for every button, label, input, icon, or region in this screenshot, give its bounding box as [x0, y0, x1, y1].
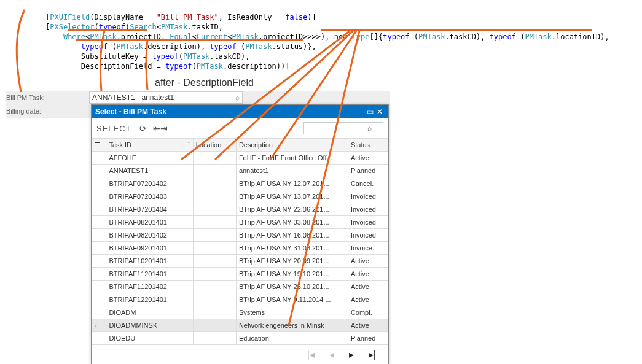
selector-popup: Select - Bill PM Task ▭ ✕ SELECT ⟳ ⇤⇥ ⌕ …: [91, 104, 389, 364]
cell-description: BTrip AF USA NY 9.11.2014 ...: [236, 293, 348, 306]
table-row[interactable]: BTRIPAF07201404BTrip AF USA NY 22.06.201…: [92, 203, 388, 216]
cell-description: Education: [236, 332, 348, 345]
table-row[interactable]: BTRIPAF11201402BTrip AF USA NY 26.10.201…: [92, 281, 388, 293]
cell-location: [193, 190, 236, 203]
search-input[interactable]: [307, 124, 367, 133]
cell-taskid: BTRIPAF11201402: [106, 281, 193, 293]
cell-description: annatest1: [236, 165, 348, 177]
col-location[interactable]: Location: [193, 139, 236, 152]
pager-prev-icon[interactable]: ◂: [329, 349, 334, 360]
cell-description: BTrip AF USA NY 22.06.201...: [236, 203, 348, 216]
row-caret: [92, 229, 106, 242]
popup-titlebar[interactable]: Select - Bill PM Task ▭ ✕: [92, 105, 388, 118]
cell-taskid: DIOADM: [106, 306, 193, 319]
cell-location: [193, 293, 236, 306]
cell-status: Cancel.: [348, 177, 388, 190]
fit-columns-icon[interactable]: ⇤⇥: [155, 123, 166, 134]
cell-location: [193, 306, 236, 319]
col-taskid[interactable]: Task ID↑: [106, 139, 193, 152]
row-caret: [92, 177, 106, 190]
cell-taskid: AFFOHF: [106, 152, 193, 165]
cell-location: [193, 229, 236, 242]
row-caret: [92, 332, 106, 345]
search-icon[interactable]: ⌕: [235, 93, 240, 102]
popup-toolbar: SELECT ⟳ ⇤⇥ ⌕: [92, 118, 388, 138]
cell-description: BTrip AF USA NY 12.07.201...: [236, 177, 348, 190]
cell-description: BTrip AF USA NY 20.09.201...: [236, 255, 348, 268]
close-icon[interactable]: ✕: [375, 107, 385, 116]
cell-taskid: BTRIPAF07201403: [106, 190, 193, 203]
cell-taskid: ANNATEST1: [106, 165, 193, 177]
row-caret: [92, 268, 106, 281]
pager-last-icon[interactable]: ▸|: [369, 349, 376, 360]
cell-location: [193, 242, 236, 255]
cell-description: BTrip AF USA NY 03.08.201...: [236, 216, 348, 229]
cell-description: BTrip AF USA NY 26.10.201...: [236, 281, 348, 293]
row-caret: [92, 152, 106, 165]
table-row[interactable]: AFFOHFFoHF - FoHF Front Office Off...Act…: [92, 152, 388, 165]
underline-2: [321, 29, 592, 31]
cell-taskid: BTRIPAF10201401: [106, 255, 193, 268]
cell-status: Active: [348, 152, 388, 165]
underline-3: [76, 39, 303, 41]
table-row[interactable]: DIOEDUEducationPlanned: [92, 332, 388, 345]
cell-status: Invoiced: [348, 216, 388, 229]
col-status[interactable]: Status: [348, 139, 388, 152]
maximize-icon[interactable]: ▭: [365, 107, 375, 116]
selector-grid: ☰ Task ID↑ Location Description Status A…: [92, 138, 388, 345]
pager-next-icon[interactable]: ▸: [349, 349, 354, 360]
table-row[interactable]: ANNATEST1annatest1Planned: [92, 165, 388, 177]
cell-status: Invoiced: [348, 203, 388, 216]
cell-status: Active: [348, 268, 388, 281]
cell-description: BTrip AF USA NY 31.08.201...: [236, 242, 348, 255]
col-selector[interactable]: ☰: [92, 139, 106, 152]
cell-location: [193, 319, 236, 332]
cell-location: [193, 165, 236, 177]
cell-description: Systems: [236, 306, 348, 319]
cell-location: [193, 268, 236, 281]
cell-status: Invoiced: [348, 190, 388, 203]
search-box[interactable]: ⌕: [303, 122, 383, 134]
annotation-after: after - DescriptionField: [155, 77, 254, 88]
sort-asc-icon: ↑: [187, 140, 190, 147]
cell-taskid: BTRIPAF11201401: [106, 268, 193, 281]
pager-first-icon[interactable]: |◂: [307, 349, 315, 360]
row-caret: [92, 255, 106, 268]
search-icon[interactable]: ⌕: [367, 124, 372, 133]
cell-taskid: DIOADMMINSK: [106, 319, 193, 332]
label-billingdate: Billing date:: [6, 107, 89, 115]
refresh-icon[interactable]: ⟳: [138, 123, 149, 134]
cell-description: FoHF - FoHF Front Office Off...: [236, 152, 348, 165]
table-row[interactable]: DIOADMSystemsCompl.: [92, 306, 388, 319]
row-caret: [92, 216, 106, 229]
popup-title-text: Select - Bill PM Task: [95, 107, 365, 116]
input-billpmtask-value: ANNATEST1 - annatest1: [92, 93, 235, 102]
table-row[interactable]: BTRIPAF11201401BTrip AF USA NY 19.10.201…: [92, 268, 388, 281]
cell-status: Planned: [348, 165, 388, 177]
cell-location: [193, 255, 236, 268]
table-row[interactable]: BTRIPAF12201401BTrip AF USA NY 9.11.2014…: [92, 293, 388, 306]
select-button[interactable]: SELECT: [96, 124, 131, 133]
col-description[interactable]: Description: [236, 139, 348, 152]
table-row[interactable]: BTRIPAF09201401BTrip AF USA NY 31.08.201…: [92, 242, 388, 255]
cell-location: [193, 152, 236, 165]
table-row[interactable]: BTRIPAF08201402BTrip AF USA NY 16.08.201…: [92, 229, 388, 242]
row-caret: [92, 203, 106, 216]
cell-status: Active: [348, 293, 388, 306]
cell-taskid: BTRIPAF09201401: [106, 242, 193, 255]
table-row[interactable]: BTRIPAF07201403BTrip AF USA NY 13.07.201…: [92, 190, 388, 203]
cell-description: BTrip AF USA NY 16.08.201...: [236, 229, 348, 242]
cell-status: Active: [348, 255, 388, 268]
row-caret: [92, 165, 106, 177]
input-billpmtask[interactable]: ANNATEST1 - annatest1 ⌕: [89, 91, 243, 104]
label-billpmtask: Bill PM Task:: [6, 94, 89, 101]
table-row[interactable]: ›DIOADMMINSKNetwork engeneers in MinskAc…: [92, 319, 388, 332]
underline-1: [68, 29, 147, 31]
row-caret: ›: [92, 319, 106, 332]
cell-taskid: BTRIPAF07201404: [106, 203, 193, 216]
table-row[interactable]: BTRIPAF10201401BTrip AF USA NY 20.09.201…: [92, 255, 388, 268]
table-row[interactable]: BTRIPAF07201402BTrip AF USA NY 12.07.201…: [92, 177, 388, 190]
table-row[interactable]: BTRIPAF08201401BTrip AF USA NY 03.08.201…: [92, 216, 388, 229]
cell-location: [193, 203, 236, 216]
cell-description: BTrip AF USA NY 13.07.201...: [236, 190, 348, 203]
